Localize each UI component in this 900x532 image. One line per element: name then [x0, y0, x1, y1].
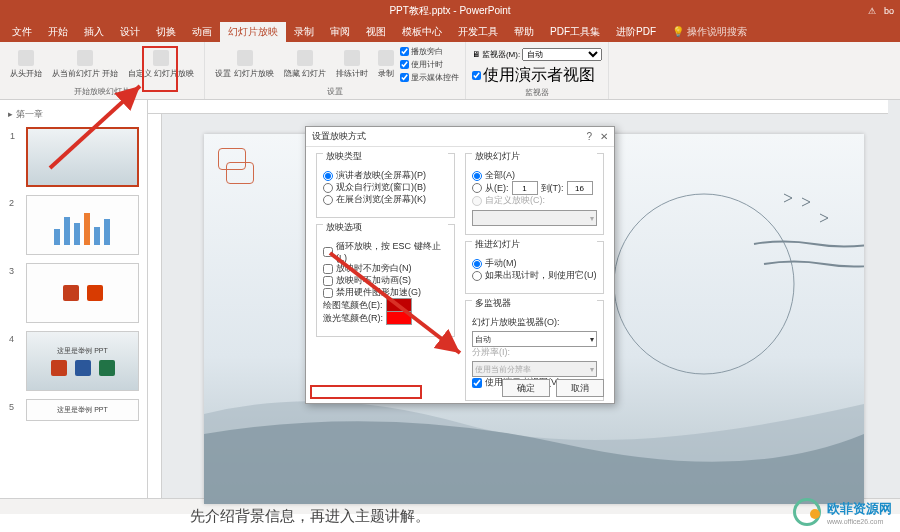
slide-thumb-5[interactable]: 5这里是举例 PPT: [26, 399, 139, 421]
presenter-view-check[interactable]: 使用演示者视图: [472, 65, 595, 86]
menubar: 文件 开始 插入 设计 切换 动画 幻灯片放映 录制 审阅 视图 模板中心 开发…: [0, 22, 900, 42]
tab-file[interactable]: 文件: [4, 22, 40, 42]
slide-thumb-4[interactable]: 4这里是举例 PPT: [26, 331, 139, 391]
play-current-icon: [77, 50, 93, 66]
svg-point-0: [614, 194, 794, 374]
laser-color-picker[interactable]: [386, 311, 412, 325]
fieldset-show-type: 放映类型 演讲者放映(全屏幕)(P) 观众自行浏览(窗口)(B) 在展台浏览(全…: [316, 153, 455, 218]
radio-use-timings[interactable]: 如果出现计时，则使用它(U): [472, 269, 597, 282]
check-loop[interactable]: 循环放映，按 ESC 键终止(L): [323, 240, 448, 263]
monitor-select-row: 🖥 监视器(M): 自动: [472, 48, 602, 61]
to-spinner[interactable]: [567, 181, 593, 195]
watermark-logo-icon: [793, 498, 821, 526]
warn-icon: ⚠: [868, 6, 876, 16]
group-label: 设置: [327, 85, 343, 97]
from-current-button[interactable]: 从当前幻灯片 开始: [48, 44, 122, 85]
comment-icon: [226, 162, 254, 184]
tab-templates[interactable]: 模板中心: [394, 22, 450, 42]
ruler-vertical: [148, 114, 162, 498]
setup-show-dialog: 设置放映方式 ?✕ 放映类型 演讲者放映(全屏幕)(P) 观众自行浏览(窗口)(…: [305, 126, 615, 404]
play-narration-check[interactable]: 播放旁白: [400, 46, 459, 57]
dialog-titlebar[interactable]: 设置放映方式 ?✕: [306, 127, 614, 147]
slide-thumb-2[interactable]: 2: [26, 195, 139, 255]
tab-dev[interactable]: 开发工具: [450, 22, 506, 42]
from-beginning-button[interactable]: 从头开始: [6, 44, 46, 85]
tab-animations[interactable]: 动画: [184, 22, 220, 42]
tab-advpdf[interactable]: 进阶PDF: [608, 22, 664, 42]
hide-slide-button[interactable]: 隐藏 幻灯片: [280, 44, 330, 85]
custom-show-combo: ▾: [472, 210, 597, 226]
timer-icon: [344, 50, 360, 66]
highlight-annotation: [142, 46, 178, 92]
slide-thumb-3[interactable]: 3: [26, 263, 139, 323]
highlight-annotation: [310, 385, 422, 399]
tell-me[interactable]: 💡 操作说明搜索: [664, 22, 755, 42]
app-title: PPT教程.pptx - PowerPoint: [389, 4, 510, 18]
fieldset-show-options: 放映选项 循环放映，按 ESC 键终止(L) 放映时不加旁白(N) 放映时不加动…: [316, 224, 455, 337]
resolution-combo: 使用当前分辨率▾: [472, 361, 597, 377]
user-name: bo: [884, 6, 894, 16]
group-label: 开始放映幻灯片: [74, 85, 130, 97]
tab-insert[interactable]: 插入: [76, 22, 112, 42]
tab-view[interactable]: 视图: [358, 22, 394, 42]
fieldset-show-slides: 放映幻灯片 全部(A) 从(E):到(T): 自定义放映(C): ▾: [465, 153, 604, 235]
hide-icon: [297, 50, 313, 66]
radio-kiosk[interactable]: 在展台浏览(全屏幕)(K): [323, 193, 448, 206]
cancel-button[interactable]: 取消: [556, 379, 604, 397]
tab-pdftools[interactable]: PDF工具集: [542, 22, 608, 42]
radio-range-slides[interactable]: 从(E):到(T):: [472, 181, 597, 195]
fieldset-advance: 推进幻灯片 手动(M) 如果出现计时，则使用它(U): [465, 241, 604, 294]
use-timings-check[interactable]: 使用计时: [400, 59, 459, 70]
tab-design[interactable]: 设计: [112, 22, 148, 42]
ruler-horizontal: [148, 100, 888, 114]
slide-thumb-1[interactable]: 1: [26, 127, 139, 187]
record-icon: [378, 50, 394, 66]
dialog-close-button[interactable]: ✕: [600, 131, 608, 142]
titlebar: PPT教程.pptx - PowerPoint ⚠ bo: [0, 0, 900, 22]
tab-slideshow[interactable]: 幻灯片放映: [220, 22, 286, 42]
monitor-select[interactable]: 自动: [522, 48, 602, 61]
monitor-combo[interactable]: 自动▾: [472, 331, 597, 347]
tab-transitions[interactable]: 切换: [148, 22, 184, 42]
ribbon-group-setup: 设置 幻灯片放映 隐藏 幻灯片 排练计时 录制 播放旁白 使用计时 显示媒体控件…: [205, 42, 465, 99]
dialog-title-text: 设置放映方式: [312, 130, 366, 143]
watermark: 欧菲资源网www.office26.com: [793, 498, 892, 526]
rehearse-button[interactable]: 排练计时: [332, 44, 372, 85]
setup-icon: [237, 50, 253, 66]
ribbon-group-monitors: 🖥 监视器(M): 自动 使用演示者视图 监视器: [466, 42, 609, 99]
tab-home[interactable]: 开始: [40, 22, 76, 42]
ribbon: 从头开始 从当前幻灯片 开始 自定义 幻灯片放映 开始放映幻灯片 设置 幻灯片放…: [0, 42, 900, 100]
tab-review[interactable]: 审阅: [322, 22, 358, 42]
setup-show-button[interactable]: 设置 幻灯片放映: [211, 44, 277, 85]
record-button[interactable]: 录制: [374, 44, 398, 85]
slide-panel[interactable]: ▸ 第一章 1 2 3 4这里是举例 PPT 5这里是举例 PPT: [0, 100, 148, 498]
from-spinner[interactable]: [512, 181, 538, 195]
media-controls-check[interactable]: 显示媒体控件: [400, 72, 459, 83]
ok-button[interactable]: 确定: [502, 379, 550, 397]
radio-custom-show: 自定义放映(C):: [472, 194, 597, 207]
dialog-help-button[interactable]: ?: [586, 131, 592, 142]
pen-color-picker[interactable]: [386, 298, 412, 312]
tab-help[interactable]: 帮助: [506, 22, 542, 42]
section-label[interactable]: ▸ 第一章: [0, 106, 147, 123]
notes-text: 先介绍背景信息，再进入主题讲解。: [190, 507, 430, 526]
group-label: 监视器: [525, 86, 549, 98]
monitor-icon: 🖥: [472, 50, 480, 59]
play-icon: [18, 50, 34, 66]
tab-record[interactable]: 录制: [286, 22, 322, 42]
